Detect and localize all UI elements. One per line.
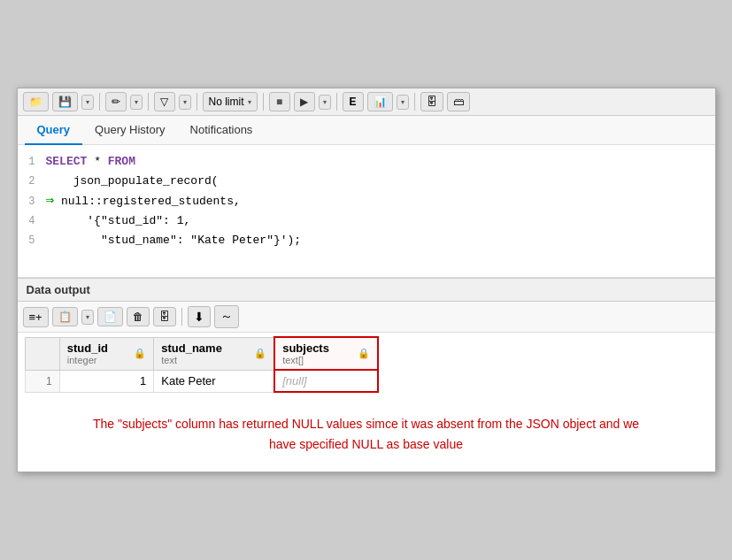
col-header-stud-id[interactable]: stud_id integer 🔒 bbox=[59, 337, 153, 370]
row-number-1: 1 bbox=[25, 370, 59, 392]
save-button[interactable]: 💾 bbox=[52, 92, 78, 111]
delete-button[interactable]: 🗑 bbox=[127, 307, 150, 326]
copy-dropdown-button[interactable]: ▾ bbox=[81, 310, 94, 325]
editor-line-1: 1 SELECT * FROM bbox=[18, 152, 715, 172]
chart-icon: 📊 bbox=[374, 96, 387, 108]
save-data-icon: 🗄 bbox=[159, 311, 170, 323]
table-row: 1 1 Kate Peter [null] bbox=[25, 370, 378, 392]
explain-icon: E bbox=[350, 96, 357, 108]
db1-button[interactable]: 🗄 bbox=[420, 92, 443, 111]
line-number-5: 5 bbox=[21, 231, 46, 250]
download-button[interactable]: ⬇ bbox=[188, 306, 211, 327]
db1-icon: 🗄 bbox=[427, 96, 437, 108]
edit-button[interactable]: ✏ bbox=[105, 92, 127, 111]
tab-query[interactable]: Query bbox=[25, 116, 83, 145]
col-header-stud-name[interactable]: stud_name text 🔒 bbox=[154, 337, 274, 370]
stop-icon: ■ bbox=[276, 96, 282, 108]
edit-dropdown-button[interactable]: ▾ bbox=[130, 95, 143, 110]
chevron-down-icon: ▾ bbox=[86, 98, 89, 106]
limit-dropdown[interactable]: No limit ▾ bbox=[203, 92, 258, 111]
trash-icon: 🗑 bbox=[133, 311, 143, 323]
limit-label: No limit bbox=[209, 96, 244, 108]
separator-1 bbox=[99, 93, 100, 111]
copy-button[interactable]: 📋 bbox=[52, 307, 78, 326]
line-content-5: "stud_name": "Kate Peter"}'); bbox=[46, 231, 712, 250]
line-number-4: 4 bbox=[21, 211, 46, 231]
editor-line-3: 3 ⇒ null::registered_students, bbox=[18, 191, 715, 211]
paste-icon: 📄 bbox=[104, 311, 117, 323]
chart-button[interactable]: 📊 bbox=[367, 92, 393, 111]
table-header-row: stud_id integer 🔒 stud_name text bbox=[25, 337, 378, 370]
description-text: The "subjects" column has returned NULL … bbox=[18, 396, 715, 472]
editor-line-4: 4 '{"stud_id": 1, bbox=[18, 211, 715, 231]
data-table-container: stud_id integer 🔒 stud_name text bbox=[18, 333, 715, 396]
toolbar: 📁 💾 ▾ ✏ ▾ ▽ ▾ No limit ▾ ■ ▶ bbox=[18, 88, 715, 116]
execute-button[interactable]: ▶ bbox=[294, 92, 315, 111]
data-table: stud_id integer 🔒 stud_name text bbox=[25, 336, 379, 393]
chevron-down-icon-5: ▾ bbox=[323, 98, 327, 106]
separator-2 bbox=[148, 93, 149, 111]
execute-dropdown-button[interactable]: ▾ bbox=[319, 95, 331, 110]
arrow-indicator: ⇒ bbox=[46, 193, 55, 209]
open-button[interactable]: 📁 bbox=[23, 92, 49, 111]
filter-dropdown-button[interactable]: ▾ bbox=[179, 95, 191, 110]
separator-7 bbox=[181, 308, 182, 326]
output-toolbar: ≡+ 📋 ▾ 📄 🗑 🗄 ⬇ ～ bbox=[18, 302, 715, 333]
line-content-1: SELECT * FROM bbox=[46, 152, 712, 172]
chevron-down-icon-4: ▾ bbox=[248, 98, 251, 106]
filter-icon: ▽ bbox=[160, 96, 168, 108]
line-content-3: ⇒ null::registered_students, bbox=[46, 191, 712, 211]
tab-query-history[interactable]: Query History bbox=[82, 116, 177, 145]
save-data-button[interactable]: 🗄 bbox=[153, 307, 176, 326]
paste-button[interactable]: 📄 bbox=[97, 307, 123, 326]
line-number-3: 3 bbox=[21, 192, 46, 211]
cell-stud-name: Kate Peter bbox=[154, 370, 274, 392]
lock-icon-stud-name: 🔒 bbox=[254, 348, 266, 359]
col-header-subjects[interactable]: subjects text[] 🔒 bbox=[274, 337, 377, 370]
filter-button[interactable]: ▽ bbox=[154, 92, 175, 111]
keyword-from: FROM bbox=[108, 155, 135, 168]
main-window: 📁 💾 ▾ ✏ ▾ ▽ ▾ No limit ▾ ■ ▶ bbox=[17, 88, 716, 472]
line-content-2: json_populate_record( bbox=[46, 172, 712, 191]
separator-5 bbox=[336, 93, 337, 111]
separator-3 bbox=[196, 93, 197, 111]
db2-icon: 🗃 bbox=[453, 96, 464, 108]
play-icon: ▶ bbox=[300, 96, 308, 108]
keyword-select: SELECT bbox=[46, 155, 88, 168]
data-output-header: Data output bbox=[18, 278, 715, 302]
lock-icon-subjects: 🔒 bbox=[358, 348, 370, 359]
stop-button[interactable]: ■ bbox=[269, 92, 290, 111]
chevron-down-icon-6: ▾ bbox=[401, 98, 405, 106]
graph-button[interactable]: ～ bbox=[214, 305, 239, 328]
tab-bar: Query Query History Notifications bbox=[18, 116, 715, 145]
code-editor[interactable]: 1 SELECT * FROM 2 json_populate_record( … bbox=[18, 145, 715, 278]
lock-icon-stud-id: 🔒 bbox=[134, 348, 146, 359]
chevron-down-icon-7: ▾ bbox=[86, 313, 89, 321]
tab-notifications[interactable]: Notifications bbox=[178, 116, 266, 145]
pencil-icon: ✏ bbox=[112, 96, 120, 108]
copy-icon: 📋 bbox=[58, 311, 72, 323]
chevron-down-icon-3: ▾ bbox=[183, 98, 187, 106]
editor-line-2: 2 json_populate_record( bbox=[18, 172, 715, 191]
col-header-rownum bbox=[25, 337, 59, 370]
chevron-down-icon-2: ▾ bbox=[135, 98, 138, 106]
cell-subjects: [null] bbox=[274, 370, 377, 392]
db2-button[interactable]: 🗃 bbox=[447, 92, 470, 111]
save-dropdown-button[interactable]: ▾ bbox=[81, 95, 94, 110]
line-number-1: 1 bbox=[21, 152, 46, 172]
explain-button[interactable]: E bbox=[343, 92, 364, 111]
cell-stud-id: 1 bbox=[59, 370, 153, 392]
separator-4 bbox=[263, 93, 264, 111]
add-row-button[interactable]: ≡+ bbox=[23, 307, 49, 327]
folder-icon: 📁 bbox=[29, 96, 42, 108]
chart-dropdown-button[interactable]: ▾ bbox=[397, 95, 409, 110]
line-content-4: '{"stud_id": 1, bbox=[46, 211, 712, 231]
save-icon: 💾 bbox=[58, 96, 72, 108]
editor-line-5: 5 "stud_name": "Kate Peter"}'); bbox=[18, 231, 715, 250]
line-number-2: 2 bbox=[21, 172, 46, 191]
separator-6 bbox=[414, 93, 415, 111]
